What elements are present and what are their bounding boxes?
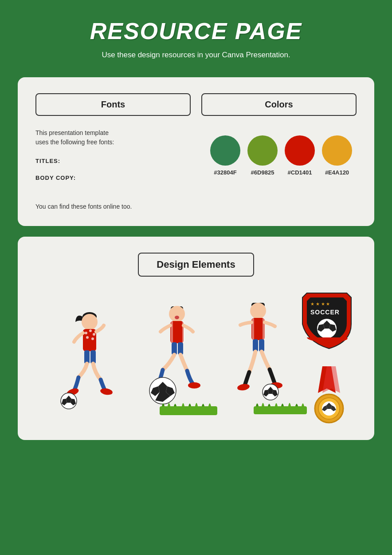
svg-point-38: [237, 383, 250, 392]
swatch-circle-2: [247, 135, 278, 166]
soccer-svg: ★ ★ ★ ★ SOCCER: [35, 291, 357, 424]
svg-point-4: [89, 329, 92, 332]
swatch-label-4: #E4A120: [325, 169, 349, 176]
ball-small-left: [61, 393, 77, 409]
player-girl: [66, 312, 113, 397]
swatch-item-4: #E4A120: [322, 135, 352, 176]
swatch-circle-1: [210, 135, 240, 166]
svg-point-18: [175, 316, 179, 319]
svg-point-32: [250, 303, 266, 319]
soccer-badge: ★ ★ ★ ★ SOCCER: [302, 293, 351, 349]
design-elements-header: Design Elements: [35, 253, 357, 277]
design-elements-box: Design Elements: [138, 253, 254, 277]
section-headers-row: Fonts Colors: [35, 93, 357, 116]
colors-content: #32804F #6D9825 #CD1401 #E4A120: [206, 128, 357, 210]
svg-point-5: [93, 333, 95, 336]
titles-row: TITLES:: [35, 157, 186, 165]
fonts-header-box: Fonts: [35, 93, 191, 116]
design-elements-label: Design Elements: [157, 259, 235, 270]
swatch-circle-3: [285, 135, 315, 166]
grass-left: [160, 403, 217, 416]
colors-header-box: Colors: [201, 93, 357, 116]
swatch-item-1: #32804F: [210, 135, 240, 176]
swatch-label-1: #32804F: [214, 169, 236, 176]
fonts-content: This presentation template uses the foll…: [35, 128, 195, 210]
fonts-intro: This presentation template uses the foll…: [35, 128, 186, 147]
page-title: RESOURCE PAGE: [90, 18, 302, 44]
ball-small-right: [263, 384, 278, 400]
body-copy-row: BODY COPY:: [35, 174, 186, 182]
svg-point-3: [85, 332, 87, 334]
svg-rect-45: [254, 406, 307, 414]
svg-point-6: [86, 336, 89, 339]
soccer-illustration: ★ ★ ★ ★ SOCCER: [35, 291, 357, 424]
fonts-colors-card: Fonts Colors This presentation template …: [18, 77, 374, 226]
svg-point-17: [169, 306, 185, 322]
player-boy-2: [237, 303, 282, 391]
color-swatches: #32804F #6D9825 #CD1401 #E4A120: [206, 135, 357, 176]
svg-point-25: [188, 382, 200, 388]
titles-label: TITLES:: [35, 158, 60, 164]
swatch-circle-4: [322, 135, 352, 166]
ball-main: [149, 377, 176, 404]
svg-point-7: [91, 337, 94, 340]
fonts-label: Fonts: [101, 99, 125, 109]
swatch-item-2: #6D9825: [247, 135, 278, 176]
main-content-row: This presentation template uses the foll…: [35, 128, 357, 210]
player-boy-1: [150, 306, 200, 390]
svg-rect-44: [160, 406, 217, 415]
page-subtitle: Use these design resources in your Canva…: [102, 51, 290, 59]
grass-right: [254, 403, 307, 415]
svg-text:SOCCER: SOCCER: [310, 309, 340, 316]
body-copy-label: BODY COPY:: [35, 174, 76, 181]
design-elements-card: Design Elements: [18, 237, 374, 440]
medal: [315, 366, 343, 423]
colors-label: Colors: [265, 99, 293, 109]
swatch-label-3: #CD1401: [288, 169, 312, 176]
swatch-label-2: #6D9825: [251, 169, 274, 176]
svg-text:★ ★ ★ ★: ★ ★ ★ ★: [310, 301, 330, 306]
svg-point-11: [100, 388, 113, 396]
fonts-note: You can find these fonts online too.: [35, 203, 186, 210]
swatch-item-3: #CD1401: [285, 135, 315, 176]
svg-point-1: [82, 314, 98, 330]
svg-rect-9: [90, 350, 96, 364]
